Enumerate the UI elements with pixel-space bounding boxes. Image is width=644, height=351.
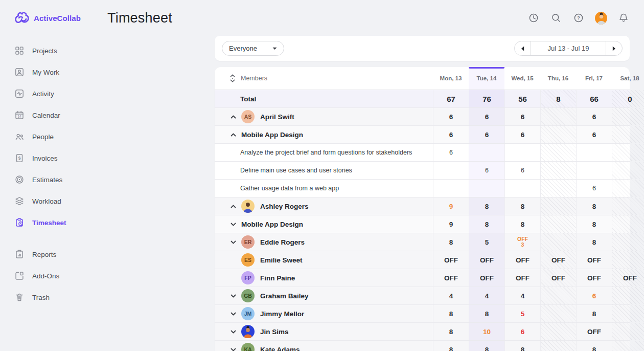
time-cell[interactable] [612, 305, 644, 322]
sidebar-item-add-ons[interactable]: Add-Ons [14, 265, 107, 287]
time-cell[interactable] [540, 287, 576, 304]
time-cell[interactable] [612, 341, 644, 351]
sidebar-item-people[interactable]: People [14, 126, 107, 147]
time-cell[interactable]: 6 [433, 144, 469, 161]
time-cell[interactable]: 6 [469, 162, 504, 179]
time-cell[interactable]: 8 [576, 305, 612, 322]
time-cell[interactable]: 9 [433, 198, 469, 215]
time-cell[interactable]: OFF3 [504, 233, 540, 251]
time-cell[interactable]: 5 [469, 233, 504, 251]
time-cell[interactable] [540, 180, 576, 197]
collapse-chevron[interactable] [230, 114, 236, 120]
time-cell[interactable]: 9 [433, 215, 469, 233]
time-cell[interactable]: 8 [576, 233, 612, 251]
expand-chevron[interactable] [230, 239, 236, 245]
time-cell[interactable] [612, 126, 644, 143]
time-cell[interactable] [540, 305, 576, 322]
people-filter-dropdown[interactable]: Everyone [222, 41, 284, 56]
time-cell[interactable]: 8 [576, 215, 612, 233]
time-cell[interactable]: OFF [469, 251, 504, 269]
sidebar-item-workload[interactable]: Workload [14, 190, 107, 212]
time-cell[interactable]: 67 [433, 90, 469, 107]
time-cell[interactable] [540, 198, 576, 215]
time-cell[interactable] [433, 180, 469, 197]
sidebar-item-my-work[interactable]: My Work [14, 61, 107, 83]
time-cell[interactable] [612, 287, 644, 304]
time-cell[interactable]: 6 [504, 108, 540, 125]
time-cell[interactable] [540, 341, 576, 351]
time-cell[interactable]: 6 [469, 126, 504, 143]
time-cell[interactable] [540, 233, 576, 251]
time-cell[interactable] [504, 144, 540, 161]
user-avatar[interactable] [595, 12, 607, 24]
notifications-bell-button[interactable] [617, 12, 630, 24]
time-cell[interactable] [612, 144, 644, 161]
day-column-header[interactable]: Tue, 14 [469, 67, 504, 90]
time-cell[interactable] [540, 215, 576, 233]
expand-chevron[interactable] [230, 328, 236, 335]
expand-chevron[interactable] [230, 293, 236, 299]
time-cell[interactable]: 6 [504, 162, 540, 179]
time-cell[interactable]: 8 [469, 341, 504, 351]
time-cell[interactable]: OFF [433, 269, 469, 287]
time-cell[interactable]: OFF [576, 251, 612, 269]
time-cell[interactable]: 66 [576, 90, 612, 107]
time-cell[interactable]: 8 [469, 198, 504, 215]
search-button[interactable] [550, 12, 562, 24]
time-cell[interactable] [612, 323, 644, 340]
date-range-value[interactable]: Jul 13 - Jul 19 [531, 41, 606, 55]
time-cell[interactable]: 5 [504, 305, 540, 322]
time-cell[interactable] [612, 233, 644, 251]
time-cell[interactable]: 6 [576, 108, 612, 125]
time-cell[interactable]: OFF [540, 251, 576, 269]
day-column-header[interactable]: Thu, 16 [540, 67, 576, 90]
time-cell[interactable]: 8 [576, 198, 612, 215]
time-cell[interactable] [540, 108, 576, 125]
time-cell[interactable] [540, 144, 576, 161]
collapse-chevron[interactable] [230, 131, 236, 138]
sort-members-icon[interactable] [230, 74, 235, 82]
time-cell[interactable] [540, 323, 576, 340]
time-cell[interactable]: OFF [576, 269, 612, 287]
time-cell[interactable]: OFF [576, 323, 612, 340]
time-cell[interactable] [469, 180, 504, 197]
time-cell[interactable]: 8 [540, 90, 576, 107]
time-cell[interactable] [504, 180, 540, 197]
time-cell[interactable]: 4 [469, 287, 504, 304]
time-cell[interactable] [612, 198, 644, 215]
time-cell[interactable] [433, 162, 469, 179]
time-cell[interactable]: 76 [469, 90, 504, 107]
time-cell[interactable]: 8 [504, 198, 540, 215]
time-cell[interactable]: 6 [504, 126, 540, 143]
time-cell[interactable]: OFF [433, 251, 469, 269]
time-cell[interactable]: 10 [469, 323, 504, 340]
time-cell[interactable] [576, 162, 612, 179]
time-cell[interactable] [612, 180, 644, 197]
time-cell[interactable]: 8 [433, 341, 469, 351]
sidebar-item-estimates[interactable]: Estimates [14, 169, 107, 190]
time-cell[interactable]: 6 [576, 126, 612, 143]
time-cell[interactable] [612, 108, 644, 125]
time-cell[interactable] [540, 162, 576, 179]
time-cell[interactable]: 4 [433, 287, 469, 304]
time-cell[interactable]: OFF [504, 269, 540, 287]
day-column-header[interactable]: Mon, 13 [433, 67, 469, 90]
collapse-chevron[interactable] [230, 203, 236, 209]
time-cell[interactable] [612, 215, 644, 233]
time-cell[interactable] [612, 162, 644, 179]
time-cell[interactable]: 56 [504, 90, 540, 107]
day-column-header[interactable]: Sat, 18 [612, 67, 644, 90]
sidebar-item-projects[interactable]: Projects [14, 40, 107, 61]
time-cell[interactable]: 6 [469, 108, 504, 125]
sidebar-item-activity[interactable]: Activity [14, 83, 107, 104]
time-cell[interactable]: 8 [504, 215, 540, 233]
time-cell[interactable]: 6 [504, 323, 540, 340]
time-cell[interactable]: 8 [469, 305, 504, 322]
time-cell[interactable]: 8 [576, 341, 612, 351]
sidebar-item-timesheet[interactable]: Timesheet [14, 212, 107, 233]
time-cell[interactable]: OFF [540, 269, 576, 287]
time-cell[interactable] [612, 251, 644, 269]
brand-logo[interactable]: ActiveCollab [14, 11, 107, 25]
time-cell[interactable]: 8 [433, 323, 469, 340]
time-cell[interactable]: 6 [433, 108, 469, 125]
